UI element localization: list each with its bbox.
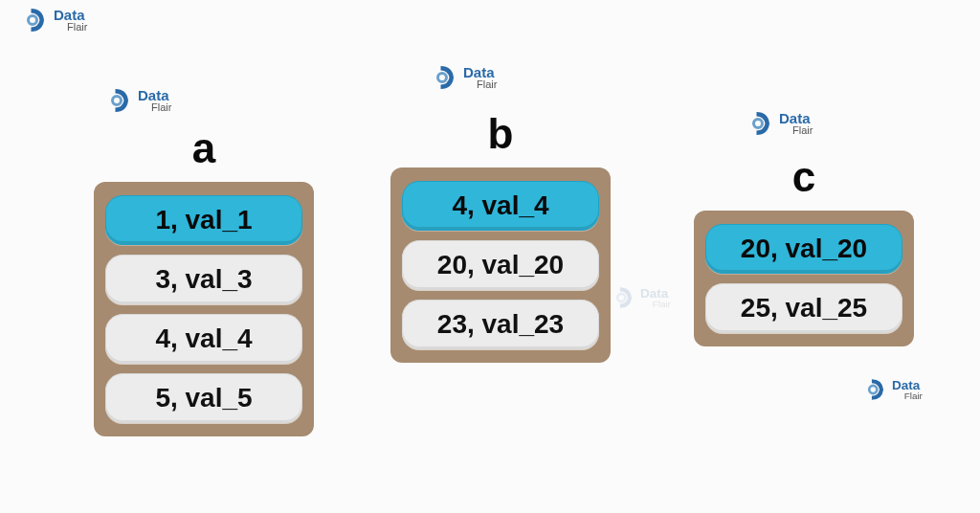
dataflair-icon (611, 285, 636, 311)
dataflair-icon (431, 63, 459, 92)
logo-dataflair: Data Flair (105, 86, 171, 115)
dataflair-icon (105, 86, 134, 115)
column-b-box: 4, val_4 20, val_20 23, val_23 (390, 167, 611, 363)
column-a-box: 1, val_1 3, val_3 4, val_4 5, val_5 (94, 182, 314, 436)
dataflair-icon (862, 377, 888, 403)
logo-line1: Data (463, 65, 497, 79)
logo-text: Data Flair (892, 378, 923, 400)
svg-point-2 (438, 74, 447, 82)
svg-point-4 (617, 294, 625, 301)
column-a-item: 3, val_3 (105, 255, 302, 304)
svg-point-0 (29, 16, 37, 25)
svg-point-1 (113, 97, 122, 105)
logo-dataflair: Data Flair (862, 377, 922, 403)
column-c-box: 20, val_20 25, val_25 (694, 211, 914, 346)
logo-text: Data Flair (138, 88, 171, 113)
logo-line2: Flair (653, 300, 671, 309)
logo-line1: Data (892, 378, 923, 391)
column-b: b 4, val_4 20, val_20 23, val_23 (390, 110, 611, 363)
column-a-item: 1, val_1 (105, 195, 302, 245)
logo-dataflair: Data Flair (431, 63, 497, 92)
column-c: c 20, val_20 25, val_25 (694, 153, 914, 346)
svg-point-5 (869, 386, 877, 393)
column-a-item: 4, val_4 (105, 314, 302, 364)
dataflair-icon (21, 6, 50, 34)
logo-line2: Flair (151, 102, 171, 113)
column-b-title: b (390, 110, 611, 158)
svg-point-3 (754, 120, 763, 128)
logo-line2: Flair (904, 391, 923, 401)
dataflair-icon (746, 109, 775, 138)
logo-line2: Flair (792, 125, 813, 136)
column-a-item: 5, val_5 (105, 373, 302, 423)
column-c-title: c (694, 153, 914, 201)
logo-line2: Flair (67, 22, 87, 33)
column-a: a 1, val_1 3, val_3 4, val_4 5, val_5 (94, 124, 314, 436)
logo-line2: Flair (477, 79, 497, 90)
logo-text: Data Flair (463, 65, 497, 90)
logo-text: Data Flair (779, 111, 813, 136)
column-b-item: 20, val_20 (402, 240, 599, 290)
logo-line1: Data (54, 8, 87, 22)
column-c-item: 25, val_25 (705, 283, 902, 333)
logo-line1: Data (779, 111, 813, 125)
column-a-title: a (94, 124, 314, 172)
column-b-item: 4, val_4 (402, 181, 599, 231)
logo-text: Data Flair (640, 286, 671, 308)
logo-text: Data Flair (54, 8, 87, 33)
column-c-item: 20, val_20 (705, 224, 902, 274)
logo-dataflair: Data Flair (746, 109, 813, 138)
logo-dataflair-watermark: Data Flair (611, 285, 670, 311)
logo-line1: Data (138, 88, 171, 102)
logo-line1: Data (640, 286, 671, 300)
column-b-item: 23, val_23 (402, 300, 599, 349)
logo-dataflair: Data Flair (21, 6, 87, 34)
